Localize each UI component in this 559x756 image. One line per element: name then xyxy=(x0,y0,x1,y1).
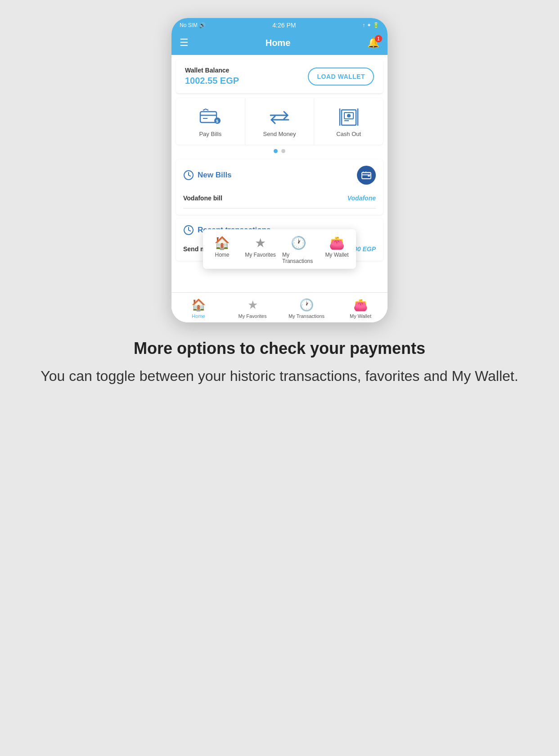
bill-provider: Vodafone xyxy=(347,195,376,202)
tooltip-home-icon: 🏠 xyxy=(214,235,230,250)
new-bills-card: New Bills Vodafone bill Vodafone xyxy=(176,159,383,215)
new-bills-title: New Bills xyxy=(183,170,232,181)
bell-badge: 1 xyxy=(375,35,382,42)
action-pay-bills[interactable]: $ Pay Bills xyxy=(176,98,245,145)
svg-point-9 xyxy=(347,114,351,118)
nav-favorites[interactable]: ★ My Favorites xyxy=(225,296,280,321)
tooltip-nav: 🏠 Home ★ My Favorites 🕐 My Transactions … xyxy=(203,229,356,269)
wallet-label: Wallet Balance xyxy=(185,67,239,74)
tooltip-wallet-label: My Wallet xyxy=(325,252,348,258)
status-left: No SIM 🔊 xyxy=(180,22,206,28)
tooltip-nav-transactions[interactable]: 🕐 My Transactions xyxy=(280,234,318,266)
nav-wallet-label: My Wallet xyxy=(350,313,371,319)
app-header: ☰ Home 🔔 1 xyxy=(171,32,388,55)
svg-rect-16 xyxy=(368,175,370,177)
action-send-money[interactable]: Send Money xyxy=(245,98,315,145)
send-money-label: Send Money xyxy=(263,131,296,137)
nav-transactions[interactable]: 🕐 My Transactions xyxy=(280,296,334,321)
clock-icon xyxy=(183,170,194,181)
tooltip-nav-wallet[interactable]: 👛 My Wallet xyxy=(318,234,356,266)
new-bills-header: New Bills xyxy=(183,166,376,185)
tooltip-nav-home[interactable]: 🏠 Home xyxy=(203,234,241,266)
wallet-info: Wallet Balance 1002.55 EGP xyxy=(185,67,239,86)
header-title: Home xyxy=(266,38,291,48)
dot-1 xyxy=(274,149,278,153)
hamburger-icon[interactable]: ☰ xyxy=(180,37,189,49)
tooltip-transactions-label: My Transactions xyxy=(282,252,315,264)
bills-wallet-icon[interactable] xyxy=(357,166,376,185)
send-money-icon xyxy=(269,108,290,126)
phone-content: Wallet Balance 1002.55 EGP LOAD WALLET $… xyxy=(171,55,388,322)
nav-home[interactable]: 🏠 Home xyxy=(171,296,225,321)
tooltip-nav-favorites[interactable]: ★ My Favorites xyxy=(241,234,280,266)
cash-out-icon xyxy=(338,108,360,126)
nav-favorites-label: My Favorites xyxy=(239,313,267,319)
wallet-amount: 1002.55 EGP xyxy=(185,76,239,86)
load-wallet-button[interactable]: LOAD WALLET xyxy=(308,68,374,86)
tooltip-favorites-label: My Favorites xyxy=(245,252,276,258)
home-icon: 🏠 xyxy=(191,298,206,312)
svg-text:$: $ xyxy=(216,119,218,123)
nav-home-label: Home xyxy=(192,313,205,319)
bottom-nav: 🏠 Home ★ My Favorites 🕐 My Transactions … xyxy=(171,292,388,322)
action-cash-out[interactable]: Cash Out xyxy=(314,98,383,145)
status-bar: No SIM 🔊 4:26 PM ↑ ✦ 🔋 xyxy=(171,18,388,32)
wallet-card: Wallet Balance 1002.55 EGP LOAD WALLET xyxy=(176,59,383,94)
tooltip-home-label: Home xyxy=(215,252,229,258)
tooltip-star-icon: ★ xyxy=(255,235,266,250)
transactions-clock-icon: 🕐 xyxy=(299,298,314,312)
nav-transactions-label: My Transactions xyxy=(289,313,325,319)
svg-rect-0 xyxy=(200,112,216,122)
bell-wrapper[interactable]: 🔔 1 xyxy=(367,37,379,49)
tooltip-wallet-icon: 👛 xyxy=(329,235,345,250)
star-icon: ★ xyxy=(248,298,258,312)
status-right: ↑ ✦ 🔋 xyxy=(362,22,379,28)
caption-title: More options to check your payments xyxy=(41,339,518,358)
status-time: 4:26 PM xyxy=(272,22,296,29)
caption-area: More options to check your payments You … xyxy=(14,322,545,400)
dot-2 xyxy=(281,149,285,153)
caption-body: You can toggle between your historic tra… xyxy=(41,366,518,386)
cash-out-label: Cash Out xyxy=(336,131,361,137)
vodafone-bill-row[interactable]: Vodafone bill Vodafone xyxy=(183,190,376,208)
recent-clock-icon xyxy=(183,225,194,235)
tooltip-clock-icon: 🕐 xyxy=(291,235,307,250)
bill-name: Vodafone bill xyxy=(183,195,222,202)
wallet-icon: 👛 xyxy=(353,298,368,312)
pay-bills-label: Pay Bills xyxy=(199,131,221,137)
quick-actions: $ Pay Bills Send Money xyxy=(176,98,383,145)
pay-bills-icon: $ xyxy=(199,108,221,126)
phone-frame: No SIM 🔊 4:26 PM ↑ ✦ 🔋 ☰ Home 🔔 1 Wallet… xyxy=(171,18,388,322)
nav-wallet[interactable]: 👛 My Wallet xyxy=(334,296,388,321)
dots-indicator xyxy=(171,145,388,156)
